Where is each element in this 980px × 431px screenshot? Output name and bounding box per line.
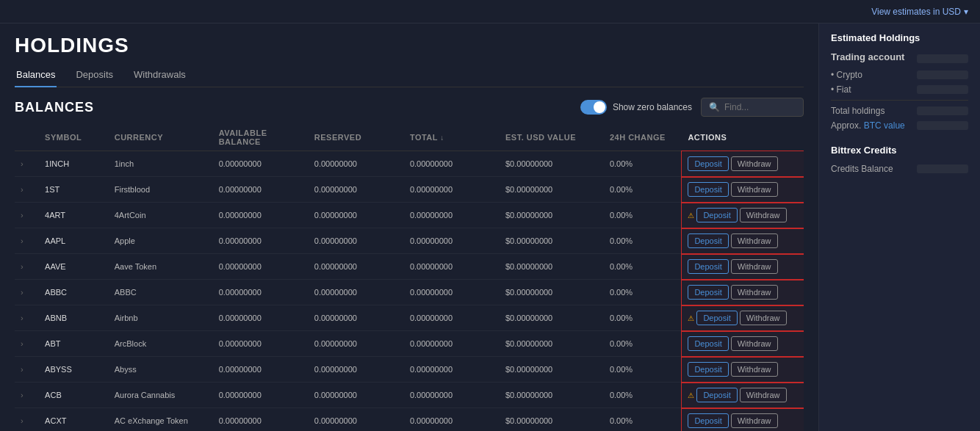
expand-col[interactable]: › (15, 408, 39, 432)
total-holdings-value (917, 106, 968, 115)
page-title: HOLDINGS (15, 23, 804, 63)
change-cell: 0.00% (604, 408, 682, 432)
deposit-button[interactable]: Deposit (696, 208, 737, 222)
deposit-button[interactable]: Deposit (688, 156, 728, 171)
available-cell: 0.00000000 (213, 203, 309, 228)
currency-cell: ABBC (109, 280, 213, 305)
withdraw-button[interactable]: Withdraw (731, 259, 778, 274)
reserved-cell: 0.00000000 (309, 151, 404, 177)
warn-icon: ⚠ (688, 314, 694, 322)
change-cell: 0.00% (604, 151, 682, 177)
usd-cell: $0.00000000 (500, 228, 604, 254)
change-cell: 0.00% (604, 305, 682, 331)
expand-col[interactable]: › (15, 254, 39, 280)
symbol-cell: ABYSS (39, 357, 109, 383)
total-cell: 0.00000000 (404, 177, 500, 203)
expand-col[interactable]: › (15, 331, 39, 357)
table-row: ›ACBAurora Cannabis0.000000000.000000000… (15, 383, 804, 408)
search-input[interactable] (724, 102, 796, 112)
withdraw-button[interactable]: Withdraw (740, 388, 787, 402)
zero-balances-toggle[interactable] (580, 100, 607, 115)
deposit-button[interactable]: Deposit (688, 259, 728, 274)
expand-col[interactable]: › (15, 357, 39, 383)
withdraw-button[interactable]: Withdraw (731, 233, 778, 248)
available-cell: 0.00000000 (213, 331, 309, 357)
withdraw-button[interactable]: Withdraw (740, 208, 787, 222)
fiat-value (917, 85, 968, 94)
expand-col[interactable]: › (15, 383, 39, 408)
usd-cell: $0.00000000 (500, 383, 604, 408)
total-cell: 0.00000000 (404, 357, 500, 383)
crypto-label: • Crypto (831, 70, 862, 80)
search-icon: 🔍 (709, 102, 720, 112)
expand-col[interactable]: › (15, 228, 39, 254)
actions-cell: ⚠DepositWithdraw (682, 203, 804, 228)
deposit-button[interactable]: Deposit (688, 413, 728, 428)
col-total[interactable]: TOTAL (404, 124, 500, 151)
available-cell: 0.00000000 (213, 228, 309, 254)
table-row: ›ABNBAirbnb0.000000000.000000000.0000000… (15, 305, 804, 331)
tab-balances[interactable]: Balances (15, 63, 57, 87)
change-cell: 0.00% (604, 203, 682, 228)
view-estimates-button[interactable]: View estimates in USD ▾ (871, 7, 968, 17)
withdraw-button[interactable]: Withdraw (740, 311, 787, 325)
deposit-button[interactable]: Deposit (688, 362, 728, 377)
table-row: ›AAPLApple0.000000000.000000000.00000000… (15, 228, 804, 254)
withdraw-button[interactable]: Withdraw (731, 413, 778, 428)
usd-cell: $0.00000000 (500, 357, 604, 383)
zero-balances-toggle-wrapper: Show zero balances (580, 100, 692, 115)
symbol-cell: AAPL (39, 228, 109, 254)
btc-value-link[interactable]: BTC value (864, 120, 905, 131)
withdraw-button[interactable]: Withdraw (731, 156, 778, 171)
withdraw-button[interactable]: Withdraw (731, 336, 778, 351)
tab-deposits[interactable]: Deposits (74, 63, 115, 87)
symbol-cell: ACB (39, 383, 109, 408)
symbol-cell: ACXT (39, 408, 109, 432)
withdraw-button[interactable]: Withdraw (731, 285, 778, 300)
bittrex-credits-title: Bittrex Credits (831, 145, 968, 156)
total-cell: 0.00000000 (404, 151, 500, 177)
withdraw-button[interactable]: Withdraw (731, 362, 778, 377)
withdraw-button[interactable]: Withdraw (731, 182, 778, 197)
toggle-label: Show zero balances (613, 102, 692, 112)
available-cell: 0.00000000 (213, 151, 309, 177)
fiat-label: • Fiat (831, 84, 851, 95)
currency-cell: Airbnb (109, 305, 213, 331)
estimated-holdings-section: Estimated Holdings Trading account • Cry… (831, 32, 968, 133)
deposit-button[interactable]: Deposit (688, 182, 728, 197)
btc-value (917, 121, 968, 130)
right-sidebar: Estimated Holdings Trading account • Cry… (818, 23, 980, 431)
tab-withdrawals[interactable]: Withdrawals (132, 63, 187, 87)
usd-cell: $0.00000000 (500, 331, 604, 357)
col-usd: EST. USD VALUE (500, 124, 604, 151)
fiat-row: • Fiat (831, 82, 968, 97)
deposit-button[interactable]: Deposit (688, 285, 728, 300)
total-cell: 0.00000000 (404, 305, 500, 331)
reserved-cell: 0.00000000 (309, 228, 404, 254)
symbol-cell: 1INCH (39, 151, 109, 177)
balances-section: BALANCES Show zero balances 🔍 (15, 87, 804, 431)
expand-col[interactable]: › (15, 305, 39, 331)
btc-value-row: Approx. BTC value (831, 118, 968, 133)
available-cell: 0.00000000 (213, 254, 309, 280)
change-cell: 0.00% (604, 177, 682, 203)
change-cell: 0.00% (604, 357, 682, 383)
expand-col[interactable]: › (15, 203, 39, 228)
search-box[interactable]: 🔍 (701, 98, 804, 117)
left-panel: HOLDINGS Balances Deposits Withdrawals B… (0, 23, 818, 431)
symbol-cell: ABBC (39, 280, 109, 305)
expand-col[interactable]: › (15, 151, 39, 177)
expand-col[interactable]: › (15, 280, 39, 305)
available-cell: 0.00000000 (213, 383, 309, 408)
expand-col[interactable]: › (15, 177, 39, 203)
available-cell: 0.00000000 (213, 357, 309, 383)
btc-value-label: Approx. BTC value (831, 120, 905, 131)
deposit-button[interactable]: Deposit (696, 311, 737, 325)
deposit-button[interactable]: Deposit (688, 336, 728, 351)
deposit-button[interactable]: Deposit (696, 388, 737, 402)
table-row: ›AAVEAave Token0.000000000.000000000.000… (15, 254, 804, 280)
currency-cell: Aave Token (109, 254, 213, 280)
symbol-cell: 4ART (39, 203, 109, 228)
deposit-button[interactable]: Deposit (688, 233, 728, 248)
available-cell: 0.00000000 (213, 305, 309, 331)
